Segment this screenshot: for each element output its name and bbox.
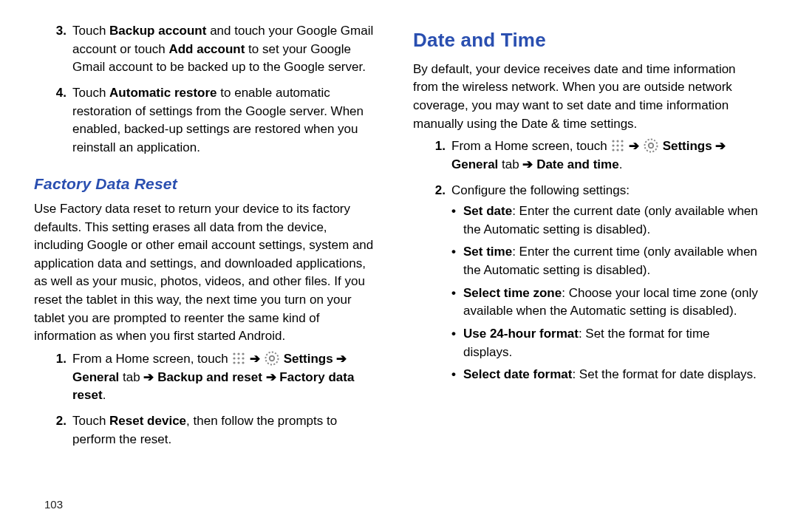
svg-point-11: [613, 140, 615, 143]
text: Touch: [72, 86, 109, 100]
text: From a Home screen, touch: [72, 352, 231, 366]
bullet-item: •Select date format: Set the format for …: [451, 366, 758, 384]
svg-point-6: [233, 361, 236, 364]
svg-point-9: [265, 352, 278, 365]
svg-point-16: [621, 145, 624, 147]
step-body: Touch Backup account and touch your Goog…: [72, 22, 379, 80]
step-number: 1.: [34, 350, 72, 408]
arrow-icon: ➔: [143, 370, 154, 384]
dt-step-2: 2. Configure the following settings: •Se…: [413, 182, 758, 389]
text: .: [103, 388, 106, 402]
date-time-intro: By default, your device receives date an…: [413, 61, 758, 134]
settings-gear-icon: [265, 351, 279, 366]
bold: Settings: [284, 352, 333, 366]
settings-gear-icon: [644, 138, 658, 153]
text: Touch: [72, 414, 109, 428]
text: Touch: [72, 24, 109, 38]
svg-point-3: [233, 357, 236, 359]
step-body: Touch Reset device, then follow the prom…: [72, 412, 379, 451]
svg-point-20: [644, 140, 657, 152]
bullet-icon: •: [451, 366, 463, 384]
step-number: 3.: [34, 22, 72, 80]
apps-grid-icon: [232, 352, 245, 365]
bold: Set date: [463, 204, 512, 218]
bold: Use 24-hour format: [463, 327, 579, 341]
bullet-item: •Set time: Enter the current time (only …: [451, 243, 758, 279]
dt-step-1: 1. From a Home screen, touch ➔ Settings …: [413, 137, 758, 177]
step-number: 2.: [413, 182, 451, 389]
step-number: 1.: [413, 137, 451, 177]
svg-point-8: [242, 361, 245, 364]
bullet-item: •Set date: Enter the current date (only …: [451, 202, 758, 239]
bold: Date and time: [536, 157, 618, 171]
apps-grid-icon: [611, 139, 624, 152]
svg-point-7: [238, 361, 240, 364]
svg-point-12: [617, 140, 619, 143]
bullet-icon: •: [451, 325, 463, 361]
svg-point-21: [649, 143, 653, 148]
bullet-icon: •: [451, 284, 463, 321]
step-4: 4. Touch Automatic restore to enable aut…: [34, 84, 379, 160]
page-number: 103: [44, 497, 63, 513]
arrow-icon: ➔: [715, 139, 726, 153]
text: From a Home screen, touch: [451, 139, 610, 153]
date-time-steps: 1. From a Home screen, touch ➔ Settings …: [413, 137, 758, 389]
arrow-icon: ➔: [250, 352, 260, 366]
bold: General: [451, 157, 498, 171]
factory-step-2: 2. Touch Reset device, then follow the p…: [34, 412, 379, 451]
bold: Reset device: [109, 414, 186, 428]
text: .: [619, 157, 623, 171]
text: tab: [119, 370, 143, 384]
step-3: 3. Touch Backup account and touch your G…: [34, 22, 379, 80]
svg-point-10: [270, 356, 274, 361]
factory-reset-heading: Factory Data Reset: [34, 173, 379, 195]
factory-reset-paragraph: Use Factory data reset to return your de…: [34, 200, 379, 346]
bullet-icon: •: [451, 243, 463, 279]
config-bullets: •Set date: Enter the current date (only …: [451, 202, 758, 384]
svg-point-5: [242, 357, 245, 359]
arrow-icon: ➔: [266, 370, 276, 384]
text: : Set the format for date displays.: [572, 367, 756, 381]
date-time-heading: Date and Time: [413, 27, 758, 55]
bullet-item: •Use 24-hour format: Set the format for …: [451, 325, 758, 361]
svg-point-13: [621, 140, 624, 143]
arrow-icon: ➔: [629, 139, 639, 153]
svg-point-17: [613, 149, 615, 151]
left-column: 3. Touch Backup account and touch your G…: [22, 22, 400, 517]
svg-point-0: [233, 352, 236, 355]
step-number: 2.: [34, 412, 72, 451]
bold: Select time zone: [463, 286, 562, 300]
factory-reset-steps: 1. From a Home screen, touch ➔ Settings …: [34, 350, 379, 451]
svg-point-4: [238, 357, 240, 359]
bold: Automatic restore: [109, 86, 216, 100]
continued-steps: 3. Touch Backup account and touch your G…: [34, 22, 379, 160]
bold: Backup account: [109, 24, 206, 38]
bold: General: [72, 370, 119, 384]
svg-point-1: [238, 352, 240, 355]
arrow-icon: ➔: [522, 157, 533, 171]
bullet-icon: •: [451, 202, 463, 239]
factory-step-1: 1. From a Home screen, touch ➔ Settings …: [34, 350, 379, 408]
bullet-item: •Select time zone: Choose your local tim…: [451, 284, 758, 321]
svg-point-19: [621, 149, 624, 151]
bold: Backup and reset: [157, 370, 262, 384]
text: tab: [498, 157, 522, 171]
step-number: 4.: [34, 84, 72, 160]
bold: Set time: [463, 245, 512, 259]
arrow-icon: ➔: [336, 352, 347, 366]
step-body: From a Home screen, touch ➔ Settings ➔ G…: [72, 350, 379, 408]
text: Configure the following settings:: [451, 182, 758, 200]
right-column: Date and Time By default, your device re…: [400, 22, 776, 517]
svg-point-15: [617, 145, 619, 147]
bold: Settings: [663, 139, 712, 153]
svg-point-14: [613, 145, 615, 147]
step-body: From a Home screen, touch ➔ Settings ➔ G…: [451, 137, 758, 177]
bold: Add account: [168, 42, 245, 56]
step-body: Configure the following settings: •Set d…: [451, 182, 758, 389]
step-body: Touch Automatic restore to enable automa…: [72, 84, 379, 160]
svg-point-18: [617, 149, 619, 151]
svg-point-2: [242, 352, 245, 355]
page: 3. Touch Backup account and touch your G…: [0, 0, 798, 532]
bold: Select date format: [463, 367, 572, 381]
